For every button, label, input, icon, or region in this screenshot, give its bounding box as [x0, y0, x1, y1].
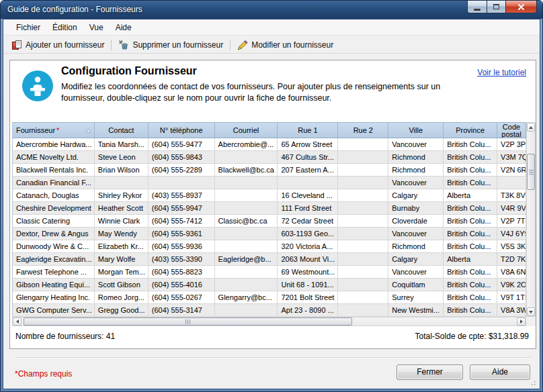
table-cell[interactable]: V4R 9V4 [497, 202, 526, 215]
edit-vendor-button[interactable]: Modifier un fournisseur [232, 38, 339, 52]
table-cell[interactable]: (604) 555-7412 [149, 215, 215, 228]
menu-item-vue[interactable]: Vue [83, 21, 110, 34]
table-cell[interactable]: British Colu... [444, 279, 497, 291]
menu-item-edition[interactable]: Édition [46, 21, 83, 34]
table-cell[interactable] [215, 228, 278, 240]
table-row[interactable]: Classic CateringWinnie Clark(604) 555-74… [13, 215, 526, 228]
table-cell[interactable] [338, 151, 388, 164]
table-cell[interactable]: (604) 555-9936 [149, 240, 215, 253]
table-cell[interactable]: Mary Wolfe [95, 253, 149, 266]
table-cell[interactable]: Alberta [444, 189, 497, 202]
table-cell[interactable]: Apt 23 - 8090 ... [278, 304, 338, 317]
table-cell[interactable]: Winnie Clark [95, 215, 149, 228]
table-cell[interactable]: 72 Cedar Street [278, 215, 338, 228]
table-cell[interactable] [215, 202, 278, 215]
menu-item-aide[interactable]: Aide [110, 21, 138, 34]
table-cell[interactable]: Gibson Heating Equi... [13, 279, 95, 291]
table-cell[interactable]: (604) 555-2289 [149, 164, 215, 177]
table-cell[interactable]: British Colu... [444, 164, 497, 177]
table-cell[interactable]: V8A 6N4 [497, 266, 526, 279]
table-row[interactable]: Gibson Heating Equi...Scott Gibson(604) … [13, 279, 526, 291]
table-cell[interactable]: Alberta [444, 253, 497, 266]
table-cell[interactable] [338, 164, 388, 177]
table-cell[interactable] [338, 189, 388, 202]
table-cell[interactable] [338, 266, 388, 279]
table-row[interactable]: Dextor, Drew & AngusMay Wendy(604) 555-9… [13, 228, 526, 240]
table-cell[interactable] [95, 177, 149, 189]
table-cell[interactable]: 467 Cultus Str... [278, 151, 338, 164]
table-cell[interactable]: V2P 7T9 [497, 215, 526, 228]
table-cell[interactable]: Calgary [388, 253, 444, 266]
table-row[interactable]: Eagleridge Excavatin...Mary Wolfe(403) 5… [13, 253, 526, 266]
table-cell[interactable]: V9T 1T5 [497, 291, 526, 304]
table-cell[interactable]: V3M 7Q1 [497, 151, 526, 164]
table-cell[interactable]: V8A 3W1 [497, 304, 526, 317]
table-cell[interactable]: Catanach, Douglas [13, 189, 95, 202]
table-cell[interactable]: British Colu... [444, 266, 497, 279]
table-cell[interactable]: Morgan Tem... [95, 266, 149, 279]
scroll-up-button[interactable] [527, 123, 535, 132]
table-cell[interactable]: British Colu... [444, 228, 497, 240]
table-cell[interactable] [338, 202, 388, 215]
table-cell[interactable] [338, 177, 388, 189]
table-cell[interactable]: Burnaby [388, 202, 444, 215]
table-cell[interactable]: British Colu... [444, 202, 497, 215]
table-cell[interactable] [215, 304, 278, 317]
table-row[interactable]: Glengarry Heating Inc.Romeo Jorg...(604)… [13, 291, 526, 304]
fermer-button[interactable]: Fermer [396, 364, 463, 380]
table-row[interactable]: ACME Novelty Ltd.Steve Leon(604) 555-984… [13, 151, 526, 164]
table-cell[interactable]: (604) 555-9477 [149, 138, 215, 151]
table-cell[interactable]: (604) 555-9843 [149, 151, 215, 164]
vertical-scrollbar[interactable] [526, 122, 536, 317]
table-row[interactable]: Farwest Telephone ...Morgan Tem...(604) … [13, 266, 526, 279]
table-cell[interactable]: Eagleridge@b... [215, 253, 278, 266]
table-cell[interactable]: 16 Cleveland ... [278, 189, 338, 202]
table-cell[interactable] [338, 228, 388, 240]
table-cell[interactable]: (403) 555-3390 [149, 253, 215, 266]
table-cell[interactable]: Abercrombie Hardwa... [13, 138, 95, 151]
table-cell[interactable]: (604) 555-8823 [149, 266, 215, 279]
table-cell[interactable]: Classic@bc.ca [215, 215, 278, 228]
scroll-left-button[interactable] [13, 317, 22, 326]
table-cell[interactable]: Steve Leon [95, 151, 149, 164]
table-cell[interactable]: (604) 555-9947 [149, 202, 215, 215]
table-cell[interactable]: (604) 555-3147 [149, 304, 215, 317]
table-cell[interactable]: Glengarry@bc... [215, 291, 278, 304]
minimize-button[interactable] [467, 1, 487, 13]
table-cell[interactable]: (604) 555-4016 [149, 279, 215, 291]
table-cell[interactable]: Calgary [388, 189, 444, 202]
table-cell[interactable]: T2D 7K0 [497, 253, 526, 266]
table-cell[interactable]: Vancouver [388, 177, 444, 189]
horizontal-scroll-thumb[interactable] [24, 317, 352, 326]
table-row[interactable]: GWG Computer Serv...Gregg Good...(604) 5… [13, 304, 526, 317]
close-button[interactable] [506, 1, 537, 13]
table-cell[interactable] [215, 240, 278, 253]
table-cell[interactable]: Blackwell@bc.ca [215, 164, 278, 177]
table-cell[interactable]: V2N 6R5 [497, 164, 526, 177]
table-cell[interactable]: 320 Victoria A... [278, 240, 338, 253]
titlebar[interactable]: Guide de configuration - Fournisseurs [1, 1, 542, 19]
table-cell[interactable]: Farwest Telephone ... [13, 266, 95, 279]
table-cell[interactable]: 7201 Bolt Street [278, 291, 338, 304]
table-cell[interactable]: Glengarry Heating Inc. [13, 291, 95, 304]
table-cell[interactable]: 603-1193 Geo... [278, 228, 338, 240]
table-cell[interactable]: British Colu... [444, 240, 497, 253]
table-cell[interactable]: Elizabeth Kr... [95, 240, 149, 253]
table-cell[interactable]: (604) 555-0267 [149, 291, 215, 304]
table-cell[interactable]: British Colu... [444, 291, 497, 304]
column-header-telephone[interactable]: N° téléphone [149, 123, 215, 138]
column-header-rue2[interactable]: Rue 2 [338, 123, 388, 138]
table-cell[interactable]: ACME Novelty Ltd. [13, 151, 95, 164]
table-cell[interactable] [338, 279, 388, 291]
delete-vendor-button[interactable]: Supprimer un fournisseur [113, 38, 228, 52]
table-cell[interactable]: British Colu... [444, 138, 497, 151]
table-cell[interactable]: (403) 555-8937 [149, 189, 215, 202]
table-cell[interactable]: Classic Catering [13, 215, 95, 228]
table-row[interactable]: Blackwell Rentals Inc.Brian Wilson(604) … [13, 164, 526, 177]
table-cell[interactable]: Vancouver [388, 138, 444, 151]
table-cell[interactable]: Cloverdale [388, 215, 444, 228]
table-cell[interactable]: Romeo Jorg... [95, 291, 149, 304]
table-cell[interactable]: Eagleridge Excavatin... [13, 253, 95, 266]
table-cell[interactable]: V5S 3K1 [497, 240, 526, 253]
table-cell[interactable]: Richmond [388, 240, 444, 253]
